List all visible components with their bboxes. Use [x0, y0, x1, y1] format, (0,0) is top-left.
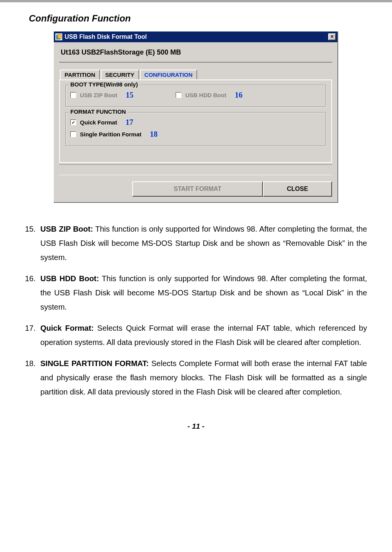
term-18: SINGLE PARTITION FORMAT: [40, 359, 149, 368]
section-title: Configuration Function [29, 13, 367, 24]
label-usb-hdd-boot: USB HDD Boot [185, 92, 226, 98]
app-icon [55, 33, 62, 40]
term-16: USB HDD Boot: [40, 274, 99, 283]
list-item-15: USB ZIP Boot: This function is only supp… [25, 222, 367, 265]
page-number: - 11 - [25, 422, 367, 442]
checkbox-single-partition-format[interactable] [70, 131, 76, 137]
callout-15: 15 [126, 91, 133, 99]
window-title: USB Flash Disk Format Tool [65, 33, 147, 40]
group-boot-legend: BOOT TYPE(Win98 only) [69, 81, 140, 88]
device-info: Ut163 USB2FlashStorage (E) 500 MB [59, 46, 332, 63]
close-button[interactable]: CLOSE [263, 181, 332, 197]
tabstrip: PARTITION SECURITY CONFIGURATION [60, 70, 198, 80]
list-item-18: SINGLE PARTITION FORMAT: Selects Complet… [25, 356, 367, 399]
label-quick-format: Quick Format [80, 119, 117, 126]
tab-partition[interactable]: PARTITION [60, 70, 100, 80]
start-format-button[interactable]: START FORMAT [132, 181, 263, 197]
term-15: USB ZIP Boot: [40, 225, 93, 233]
format-tool-window: USB Flash Disk Format Tool × Ut163 USB2F… [54, 31, 338, 203]
top-rule [0, 0, 392, 2]
client-area: Ut163 USB2FlashStorage (E) 500 MB PARTIT… [54, 42, 337, 181]
separator [59, 164, 332, 175]
titlebar: USB Flash Disk Format Tool × [54, 31, 337, 42]
list-item-17: Quick Format: Selects Quick Format will … [25, 321, 367, 350]
label-single-partition-format: Single Parition Format [80, 131, 141, 138]
group-boot-type: BOOT TYPE(Win98 only) USB ZIP Boot 15 US… [65, 85, 326, 107]
callout-17: 17 [126, 118, 133, 127]
group-format-function: FORMAT FUNCTION Quick Format 17 Single P… [65, 112, 326, 146]
page: Configuration Function USB Flash Disk Fo… [0, 13, 392, 458]
list-item-16: USB HDD Boot: This function is only supp… [25, 272, 367, 314]
description-list: USB ZIP Boot: This function is only supp… [25, 222, 367, 399]
tab-panel: PARTITION SECURITY CONFIGURATION BOOT TY… [59, 80, 332, 163]
label-usb-zip-boot: USB ZIP Boot [80, 92, 117, 98]
term-17: Quick Format: [40, 324, 94, 332]
tab-security[interactable]: SECURITY [101, 70, 139, 80]
close-icon[interactable]: × [328, 33, 336, 40]
tab-configuration[interactable]: CONFIGURATION [140, 70, 198, 80]
button-row: START FORMAT CLOSE [54, 181, 337, 202]
group-format-legend: FORMAT FUNCTION [69, 108, 128, 115]
checkbox-quick-format[interactable] [70, 119, 76, 125]
svg-rect-1 [58, 35, 61, 38]
callout-16: 16 [235, 91, 243, 99]
checkbox-usb-hdd-boot[interactable] [176, 92, 181, 98]
checkbox-usb-zip-boot[interactable] [70, 92, 76, 98]
callout-18: 18 [150, 130, 158, 139]
